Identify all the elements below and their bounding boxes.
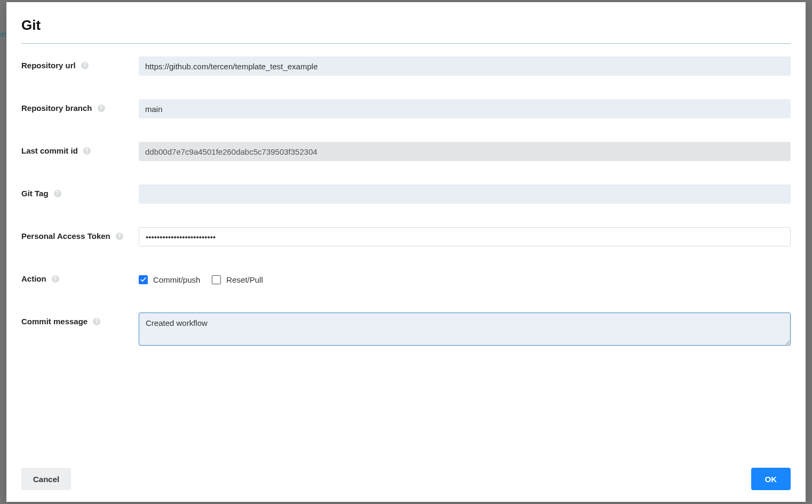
row-repository-branch: Repository branch ? xyxy=(21,99,791,118)
row-action: Action ? Commit/push xyxy=(21,270,791,289)
label-col: Git Tag ? xyxy=(21,185,139,198)
personal-access-token-label: Personal Access Token xyxy=(21,231,110,241)
field-col xyxy=(139,313,791,348)
repository-branch-label: Repository branch xyxy=(21,103,92,113)
field-col xyxy=(139,57,791,76)
field-col xyxy=(139,185,791,204)
modal-footer: Cancel OK xyxy=(6,458,806,502)
commit-message-label: Commit message xyxy=(21,317,87,326)
help-icon[interactable]: ? xyxy=(52,275,59,283)
help-icon[interactable]: ? xyxy=(116,233,123,240)
label-col: Repository url ? xyxy=(21,57,139,70)
reset-pull-label: Reset/Pull xyxy=(226,275,262,284)
repository-url-input[interactable] xyxy=(139,57,791,76)
label-col: Action ? xyxy=(21,270,139,283)
commit-push-option: Commit/push xyxy=(139,275,200,284)
form: Repository url ? Repository branch ? xyxy=(21,57,791,371)
field-col: Commit/push Reset/Pull xyxy=(139,270,791,289)
field-col xyxy=(139,227,791,246)
last-commit-id-label: Last commit id xyxy=(21,146,78,155)
label-col: Last commit id ? xyxy=(21,142,139,155)
row-git-tag: Git Tag ? xyxy=(21,185,791,204)
last-commit-id-input xyxy=(139,142,791,161)
help-icon[interactable]: ? xyxy=(54,190,61,197)
reset-pull-option: Reset/Pull xyxy=(212,275,262,284)
git-tag-label: Git Tag xyxy=(21,189,49,198)
commit-push-label: Commit/push xyxy=(153,275,200,284)
field-col xyxy=(139,142,791,161)
ok-button[interactable]: OK xyxy=(751,468,791,490)
modal-content: Git Repository url ? Repository branch ? xyxy=(6,2,806,458)
label-col: Personal Access Token ? xyxy=(21,227,139,241)
row-commit-message: Commit message ? xyxy=(21,313,791,348)
action-checkbox-group: Commit/push Reset/Pull xyxy=(139,270,791,289)
label-col: Commit message ? xyxy=(21,313,139,326)
checkmark-icon xyxy=(140,277,146,283)
label-col: Repository branch ? xyxy=(21,99,139,113)
reset-pull-checkbox[interactable] xyxy=(212,275,221,284)
personal-access-token-input[interactable] xyxy=(139,227,791,246)
action-label: Action xyxy=(21,274,46,283)
field-col xyxy=(139,99,791,118)
title-divider xyxy=(21,43,791,44)
row-last-commit-id: Last commit id ? xyxy=(21,142,791,161)
git-tag-input[interactable] xyxy=(139,185,791,204)
row-personal-access-token: Personal Access Token ? xyxy=(21,227,791,246)
row-repository-url: Repository url ? xyxy=(21,57,791,76)
help-icon[interactable]: ? xyxy=(83,147,91,155)
repository-branch-input[interactable] xyxy=(139,99,791,118)
repository-url-label: Repository url xyxy=(21,61,76,70)
help-icon[interactable]: ? xyxy=(93,318,100,325)
modal-title: Git xyxy=(21,17,791,34)
commit-message-textarea[interactable] xyxy=(139,313,791,346)
git-modal: Git Repository url ? Repository branch ? xyxy=(6,2,806,502)
help-icon[interactable]: ? xyxy=(98,105,105,112)
commit-push-checkbox[interactable] xyxy=(139,275,148,284)
cancel-button[interactable]: Cancel xyxy=(21,468,71,490)
help-icon[interactable]: ? xyxy=(81,62,89,69)
